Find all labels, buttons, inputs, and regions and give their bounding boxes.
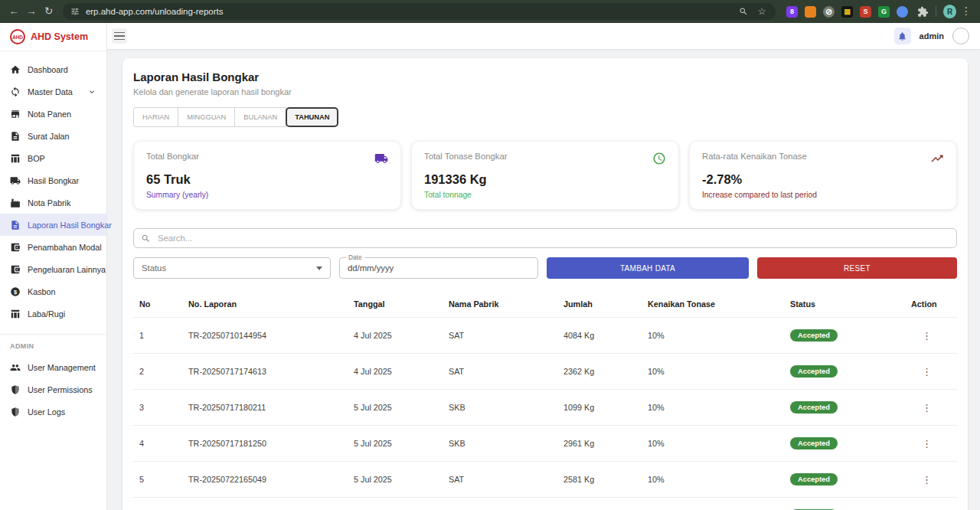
back-icon[interactable] — [6, 0, 22, 23]
blue-globe-extension-icon[interactable] — [897, 6, 908, 18]
site-info-icon[interactable] — [70, 7, 80, 16]
zoom-icon[interactable] — [739, 7, 748, 16]
sidebar-item-bop[interactable]: BOP — [0, 147, 106, 169]
forward-icon[interactable] — [24, 0, 40, 23]
reload-icon[interactable] — [41, 0, 57, 23]
sidebar-item-label: User Management — [28, 363, 96, 372]
cell-kenaikan-tonase: 10% — [642, 498, 784, 510]
stat-label: Rata-rata Kenaikan Tonase — [702, 152, 807, 161]
date-field[interactable]: Date dd/mm/yyyy — [339, 257, 538, 279]
tab-tahunan[interactable]: TAHUNAN — [286, 107, 338, 127]
report-table: No No. Laporan Tanggal Nama Pabrik Jumla… — [133, 291, 957, 510]
sidebar-item-laba-rugi[interactable]: Laba/Rugi — [0, 302, 106, 325]
shield-icon — [10, 407, 21, 417]
sidebar-item-pengeluaran-lainnya[interactable]: Pengeluaran Lainnya — [0, 258, 106, 280]
cell-jumlah: 2362 Kg — [557, 354, 642, 390]
cell-nama-pabrik: SKB — [443, 390, 557, 426]
admin-section-label: ADMIN — [0, 342, 106, 350]
notification-bell-button[interactable] — [894, 28, 911, 44]
cell-kenaikan-tonase: 10% — [642, 426, 784, 462]
sidebar-item-label: Surat Jalan — [28, 132, 70, 141]
browser-profile-avatar[interactable]: R — [943, 5, 957, 18]
cell-no: 6 — [133, 498, 182, 510]
table-row: 5 TR-20250722165049 5 Jul 2025 SAT 2581 … — [133, 462, 957, 498]
sidebar-item-dashboard[interactable]: Dashboard — [0, 58, 106, 80]
row-actions-menu-icon[interactable] — [911, 330, 932, 342]
search-input[interactable] — [156, 233, 949, 244]
address-bar[interactable]: erp.ahd-app.com/unloading-reports — [63, 3, 776, 20]
red-extension-icon[interactable]: S — [860, 6, 871, 18]
blocked-circle-extension-icon[interactable]: ⊘ — [823, 6, 835, 18]
sidebar-item-label: User Logs — [28, 407, 65, 417]
truck-icon — [10, 175, 21, 186]
col-action: Action — [905, 291, 957, 318]
sidebar-item-label: User Permissions — [28, 385, 93, 394]
sidebar-item-kasbon[interactable]: Kasbon — [0, 280, 106, 302]
cell-jumlah: 4084 Kg — [557, 318, 642, 354]
cell-no: 3 — [133, 390, 182, 426]
sidebar-item-hasil-bongkar[interactable]: Hasil Bongkar — [0, 169, 106, 191]
admin-section: ADMIN User Management User Permissions U… — [0, 334, 106, 423]
reset-button[interactable]: RESET — [757, 257, 957, 279]
app-header: admin — [107, 23, 980, 49]
screen: erp.ahd-app.com/unloading-reports 8 ⊘ ▤ … — [0, 0, 980, 510]
row-actions-menu-icon[interactable] — [911, 402, 932, 414]
sidebar-item-label: Nota Panen — [28, 110, 71, 119]
sidebar-item-label: Master Data — [28, 87, 73, 96]
table-header: No No. Laporan Tanggal Nama Pabrik Jumla… — [133, 291, 957, 318]
date-field-value: dd/mm/yyyy — [348, 263, 394, 273]
tab-harian[interactable]: HARIAN — [133, 107, 178, 127]
cell-no-laporan: TR-20250722164814 — [182, 498, 348, 510]
metamask-fox-extension-icon[interactable] — [805, 6, 816, 18]
sidebar-item-label: Pengeluaran Lainnya — [28, 265, 106, 274]
status-select[interactable]: Status — [133, 257, 331, 279]
sidebar-item-user-permissions[interactable]: User Permissions — [0, 378, 106, 400]
search-bar — [133, 228, 957, 248]
brand-name: AHD System — [31, 31, 88, 42]
tab-bulanan[interactable]: BULANAN — [234, 107, 286, 127]
col-nama-pabrik: Nama Pabrik — [443, 291, 557, 318]
status-badge: Accepted — [790, 365, 838, 378]
yellow-black-extension-icon[interactable]: ▤ — [841, 6, 853, 18]
document-icon — [10, 131, 21, 142]
sidebar-item-surat-jalan[interactable]: Surat Jalan — [0, 125, 106, 147]
cell-no-laporan: TR-20250717174613 — [182, 354, 348, 390]
sidebar-item-master-data[interactable]: Master Data — [0, 80, 106, 103]
sidebar-item-user-logs[interactable]: User Logs — [0, 400, 106, 423]
purple-extension-icon[interactable]: 8 — [786, 6, 798, 18]
tambah-data-button[interactable]: TAMBAH DATA — [547, 257, 749, 279]
row-actions-menu-icon[interactable] — [911, 474, 932, 485]
sidebar-item-nota-panen[interactable]: Nota Panen — [0, 103, 106, 125]
stat-sub: Total tonnage — [424, 191, 666, 199]
sidebar-item-nota-pabrik[interactable]: Nota Pabrik — [0, 191, 106, 214]
browser-menu-icon[interactable] — [958, 0, 974, 23]
browser-chrome: erp.ahd-app.com/unloading-reports 8 ⊘ ▤ … — [0, 0, 980, 23]
cell-tanggal: 4 Jul 2025 — [348, 354, 443, 390]
sidebar-item-user-management[interactable]: User Management — [0, 356, 106, 378]
bookmark-star-icon[interactable] — [756, 3, 768, 20]
cell-nama-pabrik: SKB — [443, 426, 557, 462]
row-actions-menu-icon[interactable] — [911, 438, 932, 450]
col-jumlah: Jumlah — [557, 291, 642, 318]
col-no: No — [133, 291, 182, 318]
filter-row: Status Date dd/mm/yyyy TAMBAH DATA RESET — [133, 257, 957, 279]
cell-nama-pabrik: SAT — [443, 462, 557, 498]
caret-down-icon — [316, 266, 322, 270]
extensions-puzzle-icon[interactable] — [917, 6, 929, 18]
sidebar-item-penambahan-modal[interactable]: Penambahan Modal — [0, 236, 106, 258]
cell-kenaikan-tonase: 10% — [642, 390, 784, 426]
table-row: 1 TR-20250710144954 4 Jul 2025 SAT 4084 … — [133, 318, 957, 354]
green-g-extension-icon[interactable]: G — [878, 6, 890, 18]
tab-mingguan[interactable]: MINGGUAN — [178, 107, 235, 127]
sidebar-item-laporan-hasil-bongkar[interactable]: Laporan Hasil Bongkar — [0, 214, 106, 236]
shield-icon — [10, 384, 21, 395]
status-badge: Accepted — [790, 437, 838, 450]
user-avatar[interactable] — [952, 28, 969, 44]
row-actions-menu-icon[interactable] — [911, 366, 932, 378]
url-text[interactable]: erp.ahd-app.com/unloading-reports — [86, 7, 224, 16]
stat-value: 191336 Kg — [424, 172, 666, 187]
table-icon — [10, 153, 21, 164]
users-icon — [10, 362, 21, 373]
sidebar-toggle-button[interactable] — [112, 28, 127, 44]
report-card: Laporan Hasil Bongkar Kelola dan generat… — [122, 58, 968, 510]
